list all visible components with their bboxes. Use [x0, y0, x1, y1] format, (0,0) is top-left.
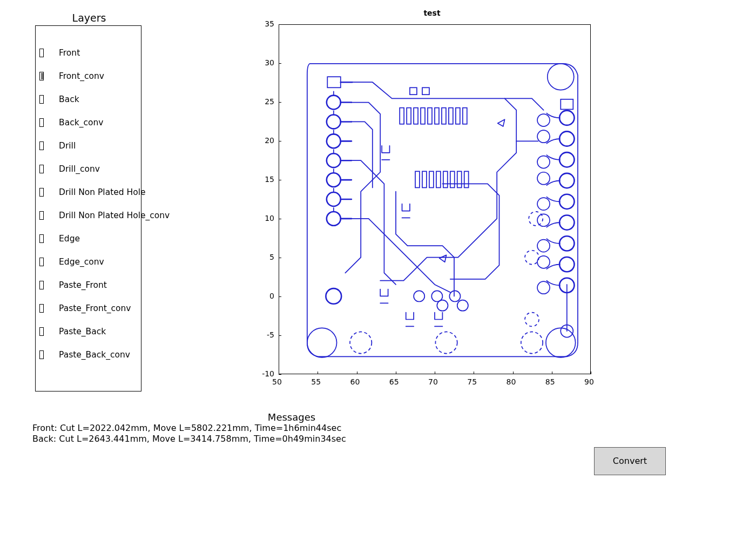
layer-label: Front_conv [59, 71, 104, 81]
layer-row[interactable]: Paste_Front_conv [36, 296, 141, 320]
svg-point-43 [537, 156, 550, 168]
svg-point-40 [559, 131, 574, 146]
svg-point-49 [537, 214, 550, 226]
layer-row[interactable]: Edge [36, 227, 141, 250]
layer-label: Paste_Front [59, 280, 107, 290]
x-tick-label: 90 [584, 377, 594, 386]
y-tick-label: 20 [252, 136, 274, 145]
y-tick-label: -10 [252, 369, 274, 378]
svg-point-41 [537, 130, 550, 143]
y-tick-label: 30 [252, 58, 274, 67]
plot-title: test [248, 9, 616, 17]
layer-checkbox[interactable] [39, 211, 44, 220]
convert-button[interactable]: Convert [594, 447, 666, 475]
svg-point-55 [537, 281, 550, 294]
svg-point-16 [327, 212, 341, 226]
layer-row[interactable]: Drill Non Plated Hole_conv [36, 204, 141, 227]
svg-point-5 [521, 332, 543, 353]
svg-point-57 [414, 291, 424, 301]
svg-rect-28 [415, 171, 420, 187]
layer-row[interactable]: Drill_conv [36, 157, 141, 180]
x-tick-label: 65 [389, 377, 399, 386]
svg-rect-30 [429, 171, 434, 187]
layer-label: Edge_conv [59, 257, 104, 267]
layer-checkbox[interactable] [39, 234, 44, 243]
x-tick-label: 75 [467, 377, 477, 386]
y-tick-label: 25 [252, 97, 274, 106]
svg-rect-56 [561, 99, 573, 110]
svg-point-53 [537, 256, 550, 268]
layer-checkbox[interactable] [39, 72, 44, 80]
svg-point-60 [457, 300, 468, 311]
layers-title: Layers [35, 12, 143, 24]
layer-label: Paste_Back_conv [59, 350, 130, 360]
svg-point-2 [548, 64, 574, 90]
layer-checkbox[interactable] [39, 118, 44, 127]
layer-row[interactable]: Front [36, 41, 141, 64]
y-tick-label: 15 [252, 175, 274, 184]
layer-row[interactable]: Front_conv [36, 64, 141, 87]
svg-rect-33 [450, 171, 455, 187]
svg-point-47 [537, 198, 550, 210]
svg-rect-29 [422, 171, 427, 187]
layer-checkbox[interactable] [39, 350, 44, 359]
x-tick-label: 55 [311, 377, 321, 386]
layer-row[interactable]: Paste_Back [36, 320, 141, 343]
svg-point-14 [327, 173, 341, 187]
layer-row[interactable]: Paste_Front [36, 273, 141, 296]
layer-row[interactable]: Back_conv [36, 111, 141, 134]
layer-row[interactable]: Paste_Back_conv [36, 343, 141, 366]
layer-checkbox[interactable] [39, 165, 44, 173]
layer-checkbox[interactable] [39, 327, 44, 336]
svg-point-48 [559, 215, 574, 230]
pcb-artwork [279, 25, 590, 374]
svg-point-4 [435, 332, 457, 353]
svg-point-59 [449, 291, 460, 301]
layer-label: Drill_conv [59, 164, 100, 174]
plot-area[interactable] [279, 24, 591, 374]
svg-rect-22 [428, 108, 432, 124]
svg-rect-37 [422, 87, 429, 94]
layer-row[interactable]: Drill [36, 134, 141, 157]
svg-point-50 [559, 236, 574, 251]
layer-label: Drill Non Plated Hole_conv [59, 211, 170, 220]
svg-rect-24 [442, 108, 446, 124]
svg-point-44 [559, 173, 574, 188]
plot[interactable]: -10-505101520253035505560657075808590 [248, 18, 616, 396]
svg-rect-27 [463, 108, 467, 124]
svg-rect-36 [410, 87, 417, 94]
svg-point-15 [327, 192, 341, 206]
layer-checkbox[interactable] [39, 258, 44, 266]
layer-checkbox[interactable] [39, 49, 44, 57]
layers-list: FrontFront_convBackBack_convDrillDrill_c… [35, 25, 141, 392]
layer-checkbox[interactable] [39, 141, 44, 150]
layer-row[interactable]: Back [36, 87, 141, 111]
layer-checkbox[interactable] [39, 281, 44, 289]
layer-row[interactable]: Edge_conv [36, 250, 141, 273]
svg-rect-19 [407, 108, 411, 124]
svg-point-17 [326, 288, 341, 304]
y-tick-label: 10 [252, 214, 274, 222]
x-tick-label: 85 [545, 377, 555, 386]
layer-row[interactable]: Drill Non Plated Hole [36, 180, 141, 204]
x-tick-label: 80 [507, 377, 516, 386]
layer-label: Drill Non Plated Hole [59, 187, 146, 197]
y-tick-label: 35 [252, 19, 274, 28]
layer-checkbox[interactable] [39, 95, 44, 104]
layer-checkbox[interactable] [39, 304, 44, 313]
svg-point-42 [559, 152, 574, 167]
svg-rect-20 [414, 108, 418, 124]
layer-label: Back [59, 94, 79, 104]
x-tick-label: 50 [272, 377, 282, 386]
svg-point-12 [327, 134, 341, 148]
messages-body: Front: Cut L=2022.042mm, Move L=5802.221… [32, 423, 346, 444]
svg-point-10 [327, 96, 341, 110]
layer-checkbox[interactable] [39, 188, 44, 197]
svg-rect-25 [449, 108, 453, 124]
svg-rect-35 [464, 171, 469, 187]
svg-point-3 [350, 332, 372, 353]
svg-point-6 [525, 251, 539, 265]
svg-rect-31 [436, 171, 441, 187]
layer-label: Back_conv [59, 118, 103, 127]
x-tick-label: 60 [350, 377, 360, 386]
